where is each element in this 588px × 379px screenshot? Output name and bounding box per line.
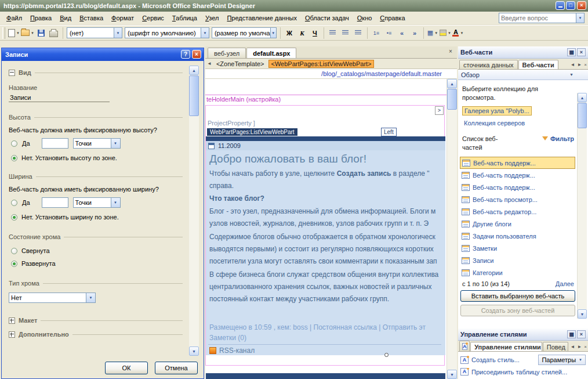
site-gallery-link[interactable]: Галерея узла "Polyb... <box>462 106 532 115</box>
decrease-indent-button[interactable]: « <box>395 27 408 39</box>
webparts-scrollbar[interactable]: ▲ ▼ <box>577 93 587 319</box>
webpart-marker-tab[interactable]: WebPartPages:ListViewWebPart <box>207 128 297 136</box>
permalink-link[interactable]: Постоянная ссылка <box>314 323 377 331</box>
scroll-down-icon[interactable]: ▼ <box>447 370 457 379</box>
numbered-list-button[interactable]: 1≡ <box>370 27 383 39</box>
pane-menu-icon[interactable]: ▦ <box>567 330 576 338</box>
scroll-up-icon[interactable]: ▲ <box>578 93 587 102</box>
name-input[interactable] <box>9 93 110 102</box>
style-combo[interactable]: (нет)▼ <box>67 27 122 38</box>
tab-web-site[interactable]: веб-узел <box>208 48 246 58</box>
tab-css-properties[interactable]: A <box>459 341 470 351</box>
expand-icon[interactable] <box>9 317 15 324</box>
menu-table[interactable]: Таблица <box>168 12 201 24</box>
tabs-close-icon[interactable]: × <box>583 344 588 349</box>
editor-scrollbar[interactable]: ▲ ▼ <box>447 79 457 379</box>
chevron-down-icon[interactable]: ▼ <box>86 293 95 302</box>
chrome-collapsed-radio[interactable] <box>11 248 17 254</box>
ask-question-box[interactable]: ▼ <box>499 13 585 23</box>
width-value-input[interactable] <box>42 197 68 208</box>
content-placeholder-label[interactable]: teHolderMain (настройка) <box>206 96 281 103</box>
height-yes-radio[interactable] <box>11 140 17 147</box>
chevron-down-icon[interactable]: ▼ <box>114 28 122 38</box>
webpart-list-item[interactable]: Веб-часть просмотр... <box>460 193 575 205</box>
menu-site[interactable]: Узел <box>201 12 223 24</box>
italic-button[interactable]: К <box>296 27 308 39</box>
section-layout-header[interactable]: Макет <box>9 317 183 324</box>
tab-manage-styles[interactable]: Управление стилями <box>470 342 542 351</box>
webpart-list-item[interactable]: Категории <box>460 266 575 279</box>
chrome-expanded-radio[interactable] <box>11 261 17 267</box>
menu-view[interactable]: Вид <box>56 12 75 24</box>
open-button[interactable]: ▼ <box>20 27 35 39</box>
rss-link[interactable]: RSS-канал <box>219 346 255 355</box>
height-units-combo[interactable]: Точки ▼ <box>73 138 121 149</box>
tab-webparts[interactable]: Веб-части <box>518 60 558 69</box>
tab-behaviors[interactable]: Повед <box>543 342 569 351</box>
insert-webpart-button[interactable]: Вставить выбранную веб-часть <box>460 290 575 302</box>
smart-tag-button[interactable]: > <box>435 106 444 115</box>
save-button[interactable] <box>35 27 48 39</box>
comments-link[interactable]: Заметки (0) <box>209 334 246 342</box>
close-button[interactable]: × <box>577 1 586 10</box>
toolbar-grip[interactable] <box>2 27 5 39</box>
underline-button[interactable]: Ч <box>308 27 321 39</box>
design-surface[interactable]: teHolderMain (настройка) > ProjectProper… <box>205 79 447 379</box>
tabs-scroll-left-icon[interactable]: ◄ <box>569 344 576 349</box>
highlight-button[interactable]: ▼ <box>439 27 452 39</box>
ok-button[interactable]: ОК <box>105 362 148 374</box>
tabs-scroll-right-icon[interactable]: ► <box>576 62 583 67</box>
height-value-input[interactable] <box>42 138 68 149</box>
align-left-button[interactable] <box>326 27 339 39</box>
tabs-scroll-left-icon[interactable]: ◄ <box>569 62 576 67</box>
chevron-down-icon[interactable]: ▼ <box>576 13 584 23</box>
chevron-down-icon[interactable]: ▼ <box>270 28 276 38</box>
scroll-up-icon[interactable]: ▲ <box>189 66 199 75</box>
menu-edit[interactable]: Правка <box>26 12 56 24</box>
chevron-down-icon[interactable]: ▼ <box>201 28 209 38</box>
menu-file[interactable]: Файл <box>2 12 26 24</box>
cancel-button[interactable]: Отмена <box>155 362 198 374</box>
bullet-list-button[interactable]: •≡ <box>383 27 395 39</box>
webpart-list-item[interactable]: Другие блоги <box>460 218 575 230</box>
tag-listviewwebpart[interactable]: <WebPartPages:ListViewWebPart> <box>268 60 373 68</box>
tab-data-source[interactable]: сточника данных <box>459 60 518 69</box>
webpart-list-item[interactable]: Веб-часть поддерж... <box>460 157 575 169</box>
width-units-combo[interactable]: Точки ▼ <box>73 197 121 208</box>
section-advanced-header[interactable]: Дополнительно <box>9 331 183 338</box>
next-page-link[interactable]: Далее <box>556 280 574 287</box>
browse-dropdown[interactable]: Обзор ▼ <box>458 70 588 80</box>
menu-format[interactable]: Формат <box>107 12 138 24</box>
webpart-list-item[interactable]: Веб-часть редактор... <box>460 205 575 218</box>
master-page-breadcrumb[interactable]: /blog/_catalogs/masterpage/default.maste… <box>205 69 457 79</box>
pane-close-icon[interactable]: × <box>577 330 586 338</box>
minimize-button[interactable] <box>556 1 565 10</box>
webpart-list-item[interactable]: Веб-часть поддерж... <box>460 181 575 193</box>
dialog-close-button[interactable]: × <box>192 50 201 59</box>
scrollbar-thumb[interactable] <box>189 75 199 116</box>
bold-button[interactable]: Ж <box>283 27 296 39</box>
scroll-up-icon[interactable]: ▲ <box>447 79 457 88</box>
maximize-button[interactable]: □ <box>566 1 575 10</box>
menu-help[interactable]: Справка <box>376 12 409 24</box>
attach-stylesheet-link[interactable]: Присоединить таблицу стилей... <box>471 369 567 376</box>
height-no-radio[interactable] <box>11 155 17 161</box>
menu-data-view[interactable]: Представление данных <box>223 12 300 24</box>
increase-indent-button[interactable]: » <box>408 27 421 39</box>
tabs-close-icon[interactable]: × <box>583 62 588 67</box>
width-yes-radio[interactable] <box>11 200 17 206</box>
tag-zonetemplate[interactable]: <ZoneTemplate> <box>215 60 266 67</box>
print-button[interactable] <box>48 27 60 39</box>
chrome-type-combo[interactable]: Нет ▼ <box>9 293 96 303</box>
font-combo[interactable]: (шрифт по умолчанию)▼ <box>125 27 209 38</box>
scroll-down-icon[interactable]: ▼ <box>578 309 587 319</box>
menu-window[interactable]: Окно <box>353 12 376 24</box>
scroll-down-icon[interactable]: ▼ <box>189 346 199 356</box>
scrollbar-thumb[interactable] <box>578 103 587 128</box>
scrollbar-thumb[interactable] <box>447 89 457 110</box>
pane-close-icon[interactable]: × <box>577 48 586 56</box>
webpart-list-item[interactable]: Задачи пользователя <box>460 230 575 242</box>
font-size-combo[interactable]: (размер по умолча▼ <box>212 27 277 38</box>
borders-button[interactable]: ▦▼ <box>426 27 439 39</box>
new-style-link[interactable]: Создать стиль... <box>471 356 520 363</box>
